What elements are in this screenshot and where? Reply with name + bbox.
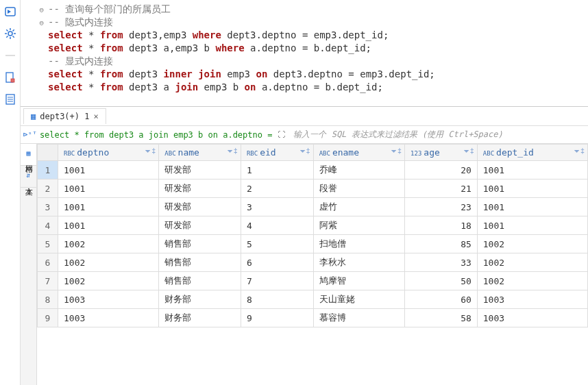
table-row[interactable]: 51002销售部5扫地僧851002	[38, 235, 588, 253]
column-header-age[interactable]: 123age⏷‡	[405, 145, 478, 161]
column-header-name[interactable]: ABCname⏷‡	[159, 145, 241, 161]
cell[interactable]: 2	[241, 179, 313, 198]
column-header-ename[interactable]: ABCename⏷‡	[313, 145, 404, 161]
result-tab[interactable]: ▦ dept3(+) 1 ×	[23, 108, 106, 124]
cell[interactable]: 虚竹	[313, 198, 404, 216]
cell[interactable]: 阿紫	[313, 216, 404, 235]
cell[interactable]: 扫地僧	[313, 235, 404, 253]
table-row[interactable]: 11001研发部1乔峰201001	[38, 161, 588, 179]
cell[interactable]: 7	[241, 272, 313, 290]
cell[interactable]: 1002	[477, 272, 587, 290]
filter-input[interactable]: 输入一个 SQL 表达式来过滤结果 (使用 Ctrl+Space)	[291, 129, 588, 140]
cell[interactable]: 1002	[58, 235, 159, 253]
settings-icon[interactable]	[4, 27, 16, 40]
cell[interactable]: 4	[241, 216, 313, 235]
cell[interactable]: 1001	[477, 198, 587, 216]
sql-editor[interactable]: ⊖ ⊖ -- 查询每个部门的所属员工 -- 隐式内连接 select * fro…	[21, 0, 588, 107]
close-icon[interactable]: ×	[93, 112, 98, 121]
cell[interactable]: 6	[241, 253, 313, 272]
cell[interactable]: 21	[405, 179, 478, 198]
column-name: dept_id	[496, 147, 534, 158]
column-name: age	[424, 147, 439, 158]
cell[interactable]: 1001	[58, 216, 159, 235]
cell[interactable]: 23	[405, 198, 478, 216]
cell[interactable]: 85	[405, 235, 478, 253]
column-header-deptno[interactable]: RBCdeptno⏷‡	[58, 145, 159, 161]
cell[interactable]: 慕容博	[313, 309, 404, 327]
cell[interactable]: 1003	[477, 290, 587, 309]
side-tab-grid[interactable]: ▦网格	[21, 144, 36, 166]
tab-label: dept3(+) 1	[40, 112, 89, 121]
run-icon[interactable]	[4, 5, 16, 18]
table-row[interactable]: 61002销售部6李秋水331002	[38, 253, 588, 272]
cell[interactable]: 销售部	[159, 235, 241, 253]
cell[interactable]: 58	[405, 309, 478, 327]
cell[interactable]: 鸠摩智	[313, 272, 404, 290]
cell[interactable]: 1002	[58, 253, 159, 272]
cell[interactable]: 1003	[58, 309, 159, 327]
cell[interactable]: 财务部	[159, 309, 241, 327]
cell[interactable]: 20	[405, 161, 478, 179]
svg-point-1	[8, 32, 12, 36]
cell[interactable]: 3	[241, 198, 313, 216]
cell[interactable]: 8	[241, 290, 313, 309]
cell[interactable]: 销售部	[159, 253, 241, 272]
column-header-dept_id[interactable]: ABCdept_id⏷‡	[477, 145, 587, 161]
cell[interactable]: 1003	[477, 309, 587, 327]
table-row[interactable]: 21001研发部2段誉211001	[38, 179, 588, 198]
document-icon[interactable]	[4, 71, 16, 84]
cell[interactable]: 50	[405, 272, 478, 290]
column-filter-icon[interactable]: ⏷‡	[463, 147, 474, 155]
column-filter-icon[interactable]: ⏷‡	[299, 147, 310, 155]
grid-icon: ▦	[31, 112, 36, 121]
table-row[interactable]: 81003财务部8天山童姥601003	[38, 290, 588, 309]
cell[interactable]: 1	[241, 161, 313, 179]
cell[interactable]: 段誉	[313, 179, 404, 198]
code-comment: -- 显式内连接	[48, 55, 113, 66]
cell[interactable]: 1001	[58, 179, 159, 198]
cell[interactable]: 1002	[477, 235, 587, 253]
cell[interactable]: 1001	[477, 216, 587, 235]
cell[interactable]: 研发部	[159, 179, 241, 198]
cell[interactable]: 60	[405, 290, 478, 309]
editor-gutter: ⊖ ⊖	[21, 3, 48, 94]
column-filter-icon[interactable]: ⏷‡	[391, 147, 402, 155]
svg-line-8	[6, 36, 8, 38]
cell[interactable]: 33	[405, 253, 478, 272]
cell[interactable]: 天山童姥	[313, 290, 404, 309]
table-row[interactable]: 91003财务部9慕容博581003	[38, 309, 588, 327]
table-row[interactable]: 41001研发部4阿紫181001	[38, 216, 588, 235]
expand-icon[interactable]: ⛶	[275, 130, 288, 139]
table-row[interactable]: 31001研发部3虚竹231001	[38, 198, 588, 216]
cell[interactable]: 1001	[58, 161, 159, 179]
column-filter-icon[interactable]: ⏷‡	[145, 147, 156, 155]
cell[interactable]: 研发部	[159, 198, 241, 216]
cell[interactable]: 研发部	[159, 161, 241, 179]
cell[interactable]: 研发部	[159, 216, 241, 235]
column-type-icon: RBC	[247, 150, 258, 157]
code-lines[interactable]: -- 查询每个部门的所属员工 -- 隐式内连接 select * from de…	[48, 3, 588, 94]
schema-icon[interactable]	[4, 93, 16, 105]
cell[interactable]: 5	[241, 235, 313, 253]
cell[interactable]: 1002	[58, 272, 159, 290]
result-grid[interactable]: RBCdeptno⏷‡ABCname⏷‡RBCeid⏷‡ABCename⏷‡12…	[37, 144, 588, 385]
side-tab-text[interactable]: ⇵文本	[21, 166, 36, 188]
column-header-eid[interactable]: RBCeid⏷‡	[241, 145, 313, 161]
table-row[interactable]: 71002销售部7鸠摩智501002	[38, 272, 588, 290]
column-filter-icon[interactable]: ⏷‡	[574, 147, 585, 155]
cell[interactable]: 销售部	[159, 272, 241, 290]
cell[interactable]: 9	[241, 309, 313, 327]
cell[interactable]: 1001	[477, 161, 587, 179]
cell[interactable]: 1001	[477, 179, 587, 198]
filter-bar: ⊳ˢᵀ select * from dept3 a join emp3 b on…	[21, 126, 588, 144]
cell[interactable]: 18	[405, 216, 478, 235]
cell[interactable]: 1003	[58, 290, 159, 309]
cell[interactable]: 财务部	[159, 290, 241, 309]
column-type-icon: ABC	[164, 150, 175, 157]
column-filter-icon[interactable]: ⏷‡	[227, 147, 238, 155]
svg-line-7	[12, 36, 14, 38]
cell[interactable]: 1001	[58, 198, 159, 216]
cell[interactable]: 李秋水	[313, 253, 404, 272]
cell[interactable]: 乔峰	[313, 161, 404, 179]
cell[interactable]: 1002	[477, 253, 587, 272]
